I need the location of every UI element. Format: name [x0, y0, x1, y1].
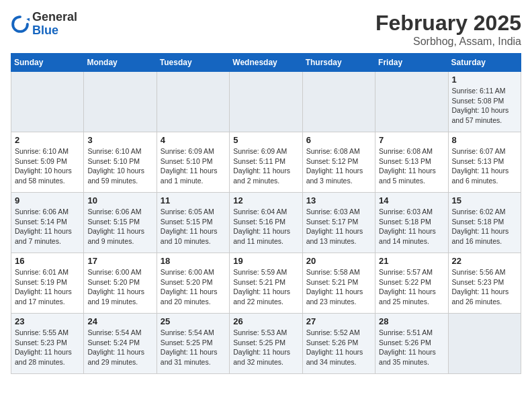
calendar-cell: 22Sunrise: 5:56 AM Sunset: 5:23 PM Dayli… — [448, 253, 521, 314]
day-number: 16 — [15, 256, 80, 266]
day-info: Sunrise: 5:53 AM Sunset: 5:25 PM Dayligh… — [233, 328, 298, 367]
day-number: 20 — [306, 256, 371, 266]
day-number: 14 — [379, 195, 444, 205]
day-number: 25 — [161, 316, 226, 326]
day-number: 7 — [379, 135, 444, 145]
calendar-cell: 7Sunrise: 6:08 AM Sunset: 5:13 PM Daylig… — [375, 132, 448, 193]
day-number: 28 — [379, 316, 444, 326]
day-info: Sunrise: 6:05 AM Sunset: 5:15 PM Dayligh… — [161, 207, 226, 246]
calendar-cell: 26Sunrise: 5:53 AM Sunset: 5:25 PM Dayli… — [230, 314, 302, 374]
day-info: Sunrise: 5:52 AM Sunset: 5:26 PM Dayligh… — [306, 328, 371, 367]
day-number: 2 — [15, 135, 80, 145]
calendar-cell: 20Sunrise: 5:58 AM Sunset: 5:21 PM Dayli… — [302, 253, 375, 314]
calendar-cell: 4Sunrise: 6:09 AM Sunset: 5:10 PM Daylig… — [157, 132, 229, 193]
day-info: Sunrise: 5:59 AM Sunset: 5:21 PM Dayligh… — [233, 267, 298, 307]
day-number: 23 — [15, 316, 80, 326]
day-info: Sunrise: 6:03 AM Sunset: 5:18 PM Dayligh… — [379, 207, 444, 246]
month-title: February 2025 — [375, 11, 521, 36]
calendar-cell: 24Sunrise: 5:54 AM Sunset: 5:24 PM Dayli… — [84, 314, 157, 374]
day-info: Sunrise: 6:08 AM Sunset: 5:12 PM Dayligh… — [306, 146, 371, 186]
day-info: Sunrise: 6:11 AM Sunset: 5:08 PM Dayligh… — [452, 86, 517, 126]
day-number: 4 — [161, 135, 226, 145]
calendar-cell — [84, 72, 157, 132]
calendar-cell: 6Sunrise: 6:08 AM Sunset: 5:12 PM Daylig… — [302, 132, 375, 193]
day-info: Sunrise: 5:51 AM Sunset: 5:26 PM Dayligh… — [379, 328, 444, 367]
calendar-week-row: 16Sunrise: 6:01 AM Sunset: 5:19 PM Dayli… — [11, 253, 521, 314]
day-info: Sunrise: 6:10 AM Sunset: 5:10 PM Dayligh… — [87, 146, 152, 186]
day-info: Sunrise: 6:08 AM Sunset: 5:13 PM Dayligh… — [379, 146, 444, 186]
day-number: 26 — [233, 316, 298, 326]
location: Sorbhog, Assam, India — [375, 36, 521, 48]
calendar-cell — [230, 72, 302, 132]
day-number: 19 — [233, 256, 298, 266]
weekday-header-friday: Friday — [375, 54, 448, 72]
day-number: 6 — [306, 135, 371, 145]
calendar-cell: 3Sunrise: 6:10 AM Sunset: 5:10 PM Daylig… — [84, 132, 157, 193]
day-info: Sunrise: 6:09 AM Sunset: 5:11 PM Dayligh… — [233, 146, 298, 186]
day-info: Sunrise: 5:54 AM Sunset: 5:24 PM Dayligh… — [87, 328, 152, 367]
calendar-cell: 8Sunrise: 6:07 AM Sunset: 5:13 PM Daylig… — [448, 132, 521, 193]
day-info: Sunrise: 6:04 AM Sunset: 5:16 PM Dayligh… — [233, 207, 298, 246]
day-info: Sunrise: 5:54 AM Sunset: 5:25 PM Dayligh… — [161, 328, 226, 367]
calendar-cell: 15Sunrise: 6:02 AM Sunset: 5:18 PM Dayli… — [448, 193, 521, 253]
calendar-week-row: 23Sunrise: 5:55 AM Sunset: 5:23 PM Dayli… — [11, 314, 521, 374]
calendar-week-row: 1Sunrise: 6:11 AM Sunset: 5:08 PM Daylig… — [11, 72, 521, 132]
calendar-cell: 14Sunrise: 6:03 AM Sunset: 5:18 PM Dayli… — [375, 193, 448, 253]
day-number: 5 — [233, 135, 298, 145]
page-header: General Blue February 2025 Sorbhog, Assa… — [11, 11, 521, 48]
day-number: 11 — [161, 195, 226, 205]
calendar-header-row: SundayMondayTuesdayWednesdayThursdayFrid… — [11, 54, 521, 72]
day-number: 1 — [452, 75, 517, 85]
day-number: 9 — [15, 195, 80, 205]
day-number: 24 — [87, 316, 152, 326]
day-info: Sunrise: 6:10 AM Sunset: 5:09 PM Dayligh… — [15, 146, 80, 186]
calendar-cell — [375, 72, 448, 132]
calendar-cell: 11Sunrise: 6:05 AM Sunset: 5:15 PM Dayli… — [157, 193, 229, 253]
calendar-cell: 18Sunrise: 6:00 AM Sunset: 5:20 PM Dayli… — [157, 253, 229, 314]
logo-general-text: General — [32, 10, 77, 24]
calendar-cell: 1Sunrise: 6:11 AM Sunset: 5:08 PM Daylig… — [448, 72, 521, 132]
calendar-cell: 17Sunrise: 6:00 AM Sunset: 5:20 PM Dayli… — [84, 253, 157, 314]
day-number: 13 — [306, 195, 371, 205]
day-number: 22 — [452, 256, 517, 266]
calendar-cell: 13Sunrise: 6:03 AM Sunset: 5:17 PM Dayli… — [302, 193, 375, 253]
calendar-week-row: 2Sunrise: 6:10 AM Sunset: 5:09 PM Daylig… — [11, 132, 521, 193]
calendar-cell — [448, 314, 521, 374]
calendar-cell: 27Sunrise: 5:52 AM Sunset: 5:26 PM Dayli… — [302, 314, 375, 374]
weekday-header-monday: Monday — [84, 54, 157, 72]
day-info: Sunrise: 6:00 AM Sunset: 5:20 PM Dayligh… — [87, 267, 152, 307]
logo: General Blue — [11, 11, 77, 38]
day-info: Sunrise: 6:09 AM Sunset: 5:10 PM Dayligh… — [161, 146, 226, 186]
day-info: Sunrise: 5:55 AM Sunset: 5:23 PM Dayligh… — [15, 328, 80, 367]
calendar-cell: 28Sunrise: 5:51 AM Sunset: 5:26 PM Dayli… — [375, 314, 448, 374]
calendar-table: SundayMondayTuesdayWednesdayThursdayFrid… — [11, 53, 521, 374]
calendar-cell: 2Sunrise: 6:10 AM Sunset: 5:09 PM Daylig… — [11, 132, 84, 193]
weekday-header-thursday: Thursday — [302, 54, 375, 72]
logo-icon — [11, 15, 30, 34]
weekday-header-tuesday: Tuesday — [157, 54, 229, 72]
calendar-cell: 23Sunrise: 5:55 AM Sunset: 5:23 PM Dayli… — [11, 314, 84, 374]
day-number: 8 — [452, 135, 517, 145]
day-info: Sunrise: 6:01 AM Sunset: 5:19 PM Dayligh… — [15, 267, 80, 307]
day-info: Sunrise: 6:00 AM Sunset: 5:20 PM Dayligh… — [161, 267, 226, 307]
svg-marker-0 — [26, 17, 30, 21]
day-info: Sunrise: 6:07 AM Sunset: 5:13 PM Dayligh… — [452, 146, 517, 186]
day-info: Sunrise: 5:58 AM Sunset: 5:21 PM Dayligh… — [306, 267, 371, 307]
day-number: 27 — [306, 316, 371, 326]
day-number: 10 — [87, 195, 152, 205]
day-number: 17 — [87, 256, 152, 266]
day-number: 12 — [233, 195, 298, 205]
calendar-cell: 21Sunrise: 5:57 AM Sunset: 5:22 PM Dayli… — [375, 253, 448, 314]
calendar-cell: 5Sunrise: 6:09 AM Sunset: 5:11 PM Daylig… — [230, 132, 302, 193]
calendar-cell: 19Sunrise: 5:59 AM Sunset: 5:21 PM Dayli… — [230, 253, 302, 314]
weekday-header-wednesday: Wednesday — [230, 54, 302, 72]
logo-blue-text: Blue — [32, 24, 58, 37]
calendar-cell — [157, 72, 229, 132]
day-number: 3 — [87, 135, 152, 145]
calendar-cell — [302, 72, 375, 132]
day-number: 21 — [379, 256, 444, 266]
day-info: Sunrise: 6:06 AM Sunset: 5:15 PM Dayligh… — [87, 207, 152, 246]
calendar-cell: 10Sunrise: 6:06 AM Sunset: 5:15 PM Dayli… — [84, 193, 157, 253]
title-block: February 2025 Sorbhog, Assam, India — [375, 11, 521, 48]
calendar-cell: 12Sunrise: 6:04 AM Sunset: 5:16 PM Dayli… — [230, 193, 302, 253]
